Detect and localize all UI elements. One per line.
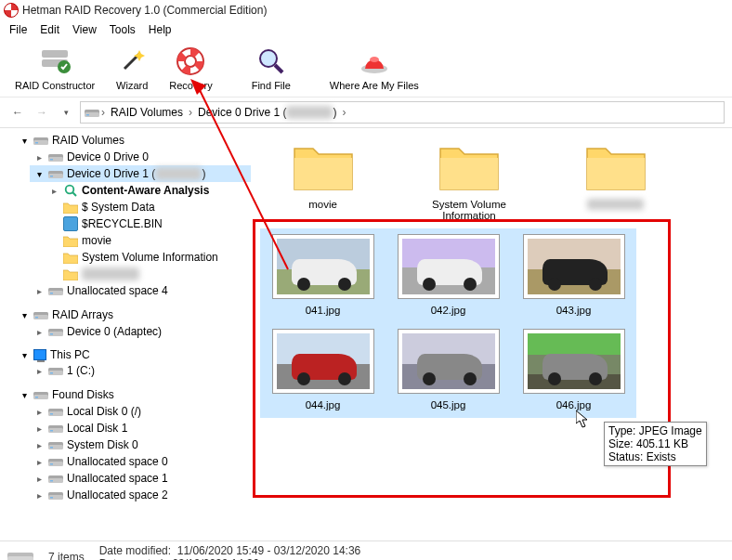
tree-label: RAID Arrays: [52, 308, 113, 321]
image-tile-045[interactable]: 045.jpg: [386, 323, 511, 418]
tree-label: Unallocated space 4: [67, 284, 168, 297]
tree-label: RAID Volumes: [52, 134, 124, 147]
tooltip-size: Size: 405.11 KB: [608, 437, 702, 450]
menu-edit[interactable]: Edit: [34, 21, 65, 38]
tile-label: 046.jpg: [556, 399, 592, 410]
tree-movie[interactable]: movie: [45, 232, 251, 249]
image-tile-046[interactable]: 046.jpg: [511, 323, 636, 418]
tree-local-disk-1[interactable]: Local Disk 1: [30, 420, 251, 436]
chevron-right-icon: ›: [189, 106, 192, 119]
tree-system-data[interactable]: $ System Data: [45, 199, 251, 215]
disk-icon: [33, 387, 48, 402]
tree-label: Unallocated space 1: [67, 472, 168, 485]
status-created-label: Date created:: [99, 557, 166, 561]
disk-icon: [85, 105, 99, 120]
tool-label: Find File: [252, 80, 291, 91]
image-tile-043[interactable]: 043.jpg: [511, 228, 636, 323]
menu-view[interactable]: View: [67, 21, 102, 38]
toolbar: RAID Constructor Wizard Recovery Find Fi…: [0, 39, 732, 97]
tree-local-disk-0[interactable]: Local Disk 0 (/): [30, 403, 251, 420]
disk-icon: [48, 437, 63, 452]
raid-icon: [38, 45, 72, 78]
nav-forward-button[interactable]: →: [32, 102, 52, 123]
menu-help[interactable]: Help: [143, 21, 177, 38]
recycle-icon: [63, 216, 78, 231]
magnifier-icon: [255, 45, 288, 78]
tree-content-aware[interactable]: Content-Aware Analysis: [45, 182, 251, 199]
tree-device-0-drive-1[interactable]: Device 0 Drive 1 (xxxxx): [30, 165, 251, 182]
tree-label: Unallocated space 2: [67, 488, 168, 501]
tooltip-type: Type: JPEG Image: [608, 424, 702, 437]
disk-icon: [7, 549, 33, 561]
thumbnail: [272, 234, 374, 299]
app-icon: [4, 3, 19, 18]
tree-unallocated-4[interactable]: Unallocated space 4: [30, 282, 251, 299]
tile-label: 041.jpg: [306, 305, 341, 316]
tree-svi[interactable]: System Volume Information: [45, 249, 251, 266]
tree-device-0-drive-0[interactable]: Device 0 Drive 0: [30, 149, 251, 165]
magnifier-icon: [63, 183, 78, 198]
status-modified-label: Date modified:: [99, 544, 171, 557]
disk-icon: [48, 471, 63, 486]
tree-label: System Disk 0: [67, 438, 138, 451]
file-tooltip: Type: JPEG Image Size: 405.11 KB Status:…: [604, 422, 707, 466]
lifebuoy-icon: [174, 45, 207, 78]
content-area[interactable]: movie System Volume Information xxxxxxx …: [251, 128, 732, 540]
tree-label: Device 0 Drive 1 (xxxxx): [67, 167, 205, 180]
tree-system-disk-0[interactable]: System Disk 0: [30, 436, 251, 453]
tool-label: Where Are My Files: [330, 80, 419, 91]
folder-icon: [63, 267, 78, 281]
image-tile-044[interactable]: 044.jpg: [260, 323, 386, 418]
tool-wizard[interactable]: Wizard: [110, 43, 154, 93]
tool-find-file[interactable]: Find File: [246, 43, 296, 93]
thumbnail: [272, 329, 374, 394]
breadcrumb[interactable]: › RAID Volumes › Device 0 Drive 1 (xxxxx…: [80, 101, 725, 124]
chevron-right-icon: ›: [101, 106, 105, 119]
chevron-right-icon: ›: [342, 106, 346, 119]
tool-recovery[interactable]: Recovery: [163, 43, 217, 93]
folder-tile-movie[interactable]: movie: [260, 134, 386, 228]
tree-raid-arrays[interactable]: RAID Arrays: [15, 306, 251, 323]
tree-found-disks[interactable]: Found Disks: [15, 386, 251, 403]
window-title: Hetman RAID Recovery 1.0 (Commercial Edi…: [22, 4, 267, 17]
tree-label: xxxxxxx: [82, 267, 139, 280]
disk-icon: [48, 166, 63, 181]
tree-raid-volumes[interactable]: RAID Volumes: [15, 132, 251, 149]
tree-blurred-folder[interactable]: xxxxxxx: [45, 266, 251, 282]
folder-tile-blurred[interactable]: xxxxxxx: [553, 134, 678, 228]
tree-label: System Volume Information: [82, 251, 218, 264]
image-tile-041[interactable]: 041.jpg: [260, 228, 386, 323]
crumb-device[interactable]: Device 0 Drive 1 (xxxxx): [194, 106, 340, 119]
thumbnail: [398, 234, 500, 299]
tile-label: 042.jpg: [431, 305, 466, 316]
menu-tools[interactable]: Tools: [104, 21, 141, 38]
thumbnail: [523, 234, 625, 299]
folder-tree[interactable]: RAID Volumes Device 0 Drive 0 Device 0 D…: [0, 128, 251, 540]
image-tile-042[interactable]: 042.jpg: [386, 228, 511, 323]
tool-where-are-my-files[interactable]: Where Are My Files: [324, 43, 425, 93]
tooltip-status: Status: Exists: [608, 450, 702, 463]
tree-device-adaptec[interactable]: Device 0 (Adaptec): [30, 323, 251, 340]
tool-label: Wizard: [116, 80, 148, 91]
tree-recycle-bin[interactable]: $RECYCLE.BIN: [45, 215, 251, 232]
tree-label: Device 0 Drive 0: [67, 150, 149, 163]
title-bar: Hetman RAID Recovery 1.0 (Commercial Edi…: [0, 0, 732, 20]
disk-icon: [48, 150, 63, 164]
nav-back-button[interactable]: ←: [7, 102, 28, 123]
nav-dropdown-button[interactable]: ▾: [56, 102, 76, 123]
tool-label: Recovery: [169, 80, 212, 91]
folder-tile-svi[interactable]: System Volume Information: [386, 134, 553, 228]
tree-this-pc[interactable]: This PC: [15, 347, 251, 362]
crumb-raid-volumes[interactable]: RAID Volumes: [107, 106, 187, 119]
tree-unallocated-1[interactable]: Unallocated space 1: [30, 470, 251, 487]
menu-file[interactable]: File: [4, 21, 33, 38]
tool-raid-constructor[interactable]: RAID Constructor: [9, 43, 100, 93]
tree-unallocated-0[interactable]: Unallocated space 0: [30, 453, 251, 470]
folder-icon: [291, 139, 356, 193]
tool-label: RAID Constructor: [15, 80, 95, 91]
tree-drive-c[interactable]: 1 (C:): [30, 362, 251, 379]
tree-unallocated-2[interactable]: Unallocated space 2: [30, 487, 251, 503]
tile-label: 044.jpg: [306, 399, 341, 410]
tree-label: Local Disk 1: [67, 422, 127, 435]
status-created-value: 03/12/2020 14:36: [172, 557, 258, 561]
